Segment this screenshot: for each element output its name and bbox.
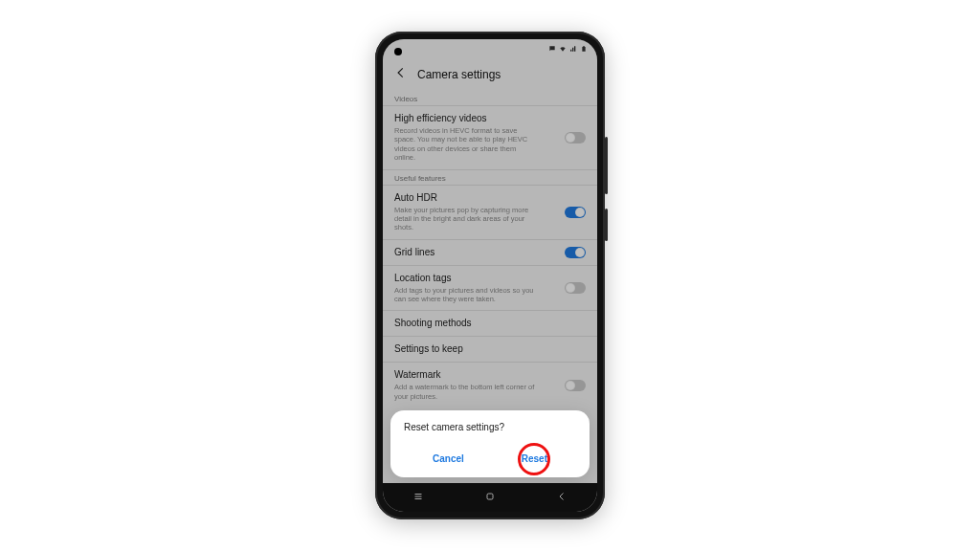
android-nav-bar	[383, 483, 597, 512]
front-camera-hole	[394, 48, 402, 55]
reset-button[interactable]: Reset	[512, 448, 557, 470]
nav-back-button[interactable]	[556, 489, 568, 506]
dialog-message: Reset camera settings?	[404, 422, 576, 432]
cancel-button[interactable]: Cancel	[423, 448, 474, 470]
screen: Camera settings Videos High efficiency v…	[383, 39, 597, 512]
svg-rect-3	[487, 494, 493, 499]
volume-button[interactable]	[605, 137, 608, 194]
phone-frame: Camera settings Videos High efficiency v…	[375, 32, 605, 519]
reset-dialog: Reset camera settings? Cancel Reset	[390, 410, 590, 477]
dialog-actions: Cancel Reset	[404, 448, 576, 470]
recents-button[interactable]	[412, 489, 424, 506]
home-button[interactable]	[484, 489, 496, 506]
power-button[interactable]	[605, 209, 608, 241]
reset-button-label: Reset	[522, 453, 547, 464]
